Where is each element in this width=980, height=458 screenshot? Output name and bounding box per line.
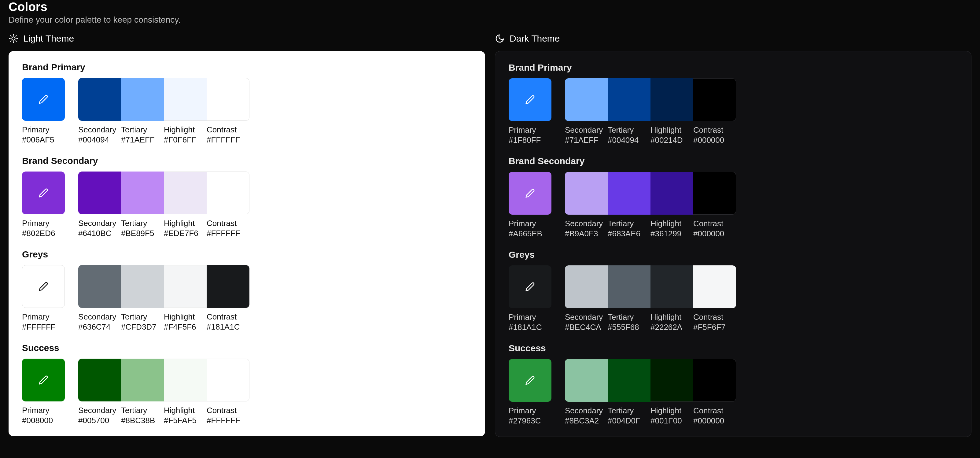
- group-title: Success: [22, 343, 472, 353]
- themes-container: Light Theme Brand PrimaryPrimary#006AF5S…: [8, 33, 972, 437]
- highlight-swatch: Highlight#361299: [651, 172, 693, 239]
- contrast-swatch: Contrast#000000: [693, 359, 736, 426]
- tertiary-swatch-box[interactable]: [121, 172, 164, 214]
- swatch-label: Contrast: [207, 406, 250, 415]
- secondary-swatch-box[interactable]: [78, 265, 121, 308]
- swatch-label: Contrast: [207, 125, 250, 135]
- swatch-row: Primary#1F80FFSecondary#71AEFFTertiary#0…: [509, 78, 958, 145]
- swatch-label: Tertiary: [608, 126, 651, 135]
- swatch-value: #004094: [608, 135, 651, 145]
- dark-theme-column: Dark Theme Brand PrimaryPrimary#1F80FFSe…: [495, 33, 972, 437]
- swatch-value: #71AEFF: [565, 135, 608, 145]
- tertiary-swatch-box[interactable]: [608, 78, 651, 121]
- primary-swatch-box[interactable]: [22, 172, 65, 214]
- page-title: Colors: [8, 0, 972, 14]
- secondary-swatch-box[interactable]: [565, 172, 608, 215]
- secondary-swatch-box[interactable]: [78, 359, 121, 401]
- svg-line-7: [11, 41, 11, 41]
- swatch-value: #8BC38B: [121, 416, 164, 425]
- primary-swatch-box[interactable]: [22, 265, 65, 308]
- group-title: Brand Primary: [509, 62, 958, 73]
- group-title: Greys: [22, 249, 472, 259]
- swatch-value: #000000: [693, 229, 736, 239]
- swatch-value: #8BC3A2: [565, 416, 608, 426]
- swatch-label: Contrast: [693, 312, 736, 322]
- tertiary-swatch: Tertiary#71AEFF: [121, 78, 164, 145]
- tertiary-swatch-box[interactable]: [121, 265, 164, 308]
- highlight-swatch-box[interactable]: [164, 172, 207, 214]
- contrast-swatch-box[interactable]: [693, 359, 736, 402]
- tertiary-swatch: Tertiary#004094: [608, 78, 651, 145]
- secondary-swatch: Secondary#BEC4CA: [565, 266, 608, 332]
- tertiary-swatch: Tertiary#004D0F: [608, 359, 651, 426]
- secondary-swatch-box[interactable]: [565, 266, 608, 308]
- primary-swatch-box[interactable]: [509, 266, 552, 308]
- contrast-swatch-box[interactable]: [207, 359, 250, 401]
- swatch-label: Secondary: [565, 219, 608, 228]
- swatch-value: #6410BC: [78, 229, 121, 238]
- contrast-swatch-box[interactable]: [693, 172, 736, 215]
- contrast-swatch-box[interactable]: [207, 78, 250, 121]
- swatch-label: Secondary: [565, 312, 608, 322]
- primary-swatch-box[interactable]: [22, 359, 65, 401]
- swatch-label: Secondary: [78, 406, 121, 415]
- secondary-swatch-box[interactable]: [565, 359, 608, 402]
- swatch-value: #A665EB: [509, 229, 552, 239]
- swatch-value: #000000: [693, 416, 736, 426]
- pencil-icon: [525, 282, 535, 292]
- tertiary-swatch: Tertiary#CFD3D7: [121, 265, 164, 332]
- secondary-swatch-box[interactable]: [78, 172, 121, 214]
- highlight-swatch-box[interactable]: [651, 78, 693, 121]
- page-subtitle: Define your color palette to keep consis…: [8, 15, 972, 25]
- swatch-label: Contrast: [693, 219, 736, 228]
- primary-swatch-box[interactable]: [509, 78, 552, 121]
- pencil-icon: [38, 281, 48, 291]
- dark-theme-label: Dark Theme: [509, 33, 560, 44]
- secondary-swatch-box[interactable]: [565, 78, 608, 121]
- swatch-label: Tertiary: [121, 406, 164, 415]
- dark-theme-panel: Brand PrimaryPrimary#1F80FFSecondary#71A…: [495, 51, 972, 437]
- light-theme-label: Light Theme: [23, 33, 74, 44]
- highlight-swatch-box[interactable]: [651, 172, 693, 215]
- swatch-row: Primary#27963CSecondary#8BC3A2Tertiary#0…: [509, 359, 958, 426]
- swatch-value: #005700: [78, 416, 121, 425]
- highlight-swatch-box[interactable]: [651, 359, 693, 402]
- sub-swatches: Secondary#71AEFFTertiary#004094Highlight…: [565, 78, 736, 145]
- svg-line-8: [16, 36, 16, 37]
- tertiary-swatch-box[interactable]: [121, 78, 164, 121]
- contrast-swatch-box[interactable]: [693, 266, 736, 308]
- highlight-swatch-box[interactable]: [164, 359, 207, 401]
- sun-icon: [8, 33, 18, 43]
- tertiary-swatch: Tertiary#555F68: [608, 266, 651, 332]
- tertiary-swatch-box[interactable]: [608, 359, 651, 402]
- swatch-row: Primary#802ED6Secondary#6410BCTertiary#B…: [22, 172, 472, 238]
- sub-swatches: Secondary#005700Tertiary#8BC38BHighlight…: [78, 359, 250, 425]
- highlight-swatch-box[interactable]: [164, 78, 207, 121]
- swatch-value: #BE89F5: [121, 229, 164, 238]
- swatch-value: #EDE7F6: [164, 229, 207, 238]
- swatch-label: Contrast: [207, 312, 250, 322]
- swatch-value: #F4F5F6: [164, 322, 207, 332]
- swatch-value: #181A1C: [207, 322, 250, 332]
- contrast-swatch-box[interactable]: [693, 78, 736, 121]
- primary-swatch-box[interactable]: [22, 78, 65, 121]
- contrast-swatch-box[interactable]: [207, 172, 250, 214]
- swatch-value: #001F00: [651, 416, 693, 426]
- tertiary-swatch-box[interactable]: [608, 266, 651, 308]
- secondary-swatch-box[interactable]: [78, 78, 121, 121]
- pencil-icon: [525, 188, 535, 198]
- swatch-value: #FFFFFF: [207, 229, 250, 238]
- highlight-swatch-box[interactable]: [651, 266, 693, 308]
- swatch-row: Primary#A665EBSecondary#B9A0F3Tertiary#6…: [509, 172, 958, 239]
- contrast-swatch-box[interactable]: [207, 265, 250, 308]
- highlight-swatch: Highlight#F0F6FF: [164, 78, 207, 145]
- swatch-label: Primary: [22, 219, 65, 228]
- swatch-value: #CFD3D7: [121, 322, 164, 332]
- primary-swatch-box[interactable]: [509, 172, 552, 215]
- primary-swatch-box[interactable]: [509, 359, 552, 402]
- swatch-label: Secondary: [565, 406, 608, 415]
- swatch-value: #FFFFFF: [22, 322, 65, 332]
- tertiary-swatch-box[interactable]: [608, 172, 651, 215]
- tertiary-swatch-box[interactable]: [121, 359, 164, 401]
- highlight-swatch-box[interactable]: [164, 265, 207, 308]
